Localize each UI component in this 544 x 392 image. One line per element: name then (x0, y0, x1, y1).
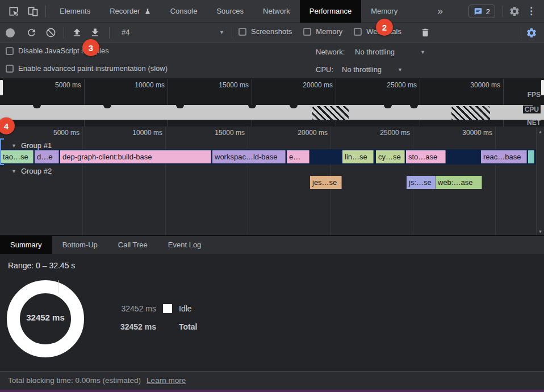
toggle-label: Memory (316, 27, 342, 36)
overview-right-handle[interactable] (541, 80, 544, 95)
ruler-tick-label: 10000 ms (111, 129, 162, 137)
load-profile-icon[interactable] (72, 27, 82, 38)
gear-icon[interactable] (509, 6, 520, 17)
checkbox[interactable] (354, 28, 362, 36)
flame-bar[interactable]: cy…se (376, 150, 405, 163)
reload-and-record-icon[interactable] (26, 27, 37, 38)
cpu-lane-label: CPU (523, 106, 541, 113)
details-tab-event-log[interactable]: Event Log (158, 236, 212, 254)
network-throttle-select[interactable]: No throttling (355, 48, 395, 56)
main-tabbar: ElementsRecorderConsoleSourcesNetworkPer… (0, 0, 544, 23)
console-messages-button[interactable]: 2 (468, 5, 495, 18)
history-select[interactable]: #4 (122, 28, 129, 36)
flame-bar[interactable]: web:…ase (436, 176, 482, 189)
ruler-tick-label: 25000 ms (366, 81, 417, 89)
capture-settings-rows: Disable JavaScript samples Network: No t… (0, 43, 544, 79)
toggle-label: Enable advanced paint instrumentation (s… (18, 64, 168, 73)
performance-toolbar: #4 ▼ ScreenshotsMemoryWeb Vitals (0, 23, 544, 43)
more-options-icon[interactable]: ⋮ (526, 0, 536, 23)
legend-row: 32452 msIdle (116, 304, 197, 313)
collapse-arrow-icon[interactable]: ▼ (11, 168, 16, 174)
summary-legend: 32452 msIdle32452 msTotal (116, 304, 197, 340)
cpu-overview-strip (0, 105, 544, 120)
cpu-activity-notch (410, 105, 418, 108)
cpu-activity-notch (290, 105, 298, 108)
net-lane-label: NET (527, 119, 541, 127)
cpu-activity-notch (103, 105, 111, 108)
summary-donut-chart: 32452 ms (7, 280, 84, 357)
vertical-scrollbar[interactable]: ▲ ▼ (536, 128, 544, 236)
details-tab-bottom-up[interactable]: Bottom-Up (52, 236, 108, 254)
ruler-tick-line (165, 127, 166, 236)
details-tab-summary[interactable]: Summary (0, 236, 52, 254)
timeline-overview[interactable]: 5000 ms10000 ms15000 ms20000 ms25000 ms3… (0, 79, 544, 127)
network-throttle-label: Network: (316, 48, 345, 56)
legend-row: 32452 msTotal (116, 322, 197, 331)
cpu-throttle-select[interactable]: No throttling (342, 65, 382, 74)
legend-swatch-empty (163, 322, 172, 331)
cpu-activity-notch (33, 105, 41, 108)
flame-bar[interactable] (528, 150, 534, 163)
tab-label: Network (263, 0, 290, 23)
capture-settings-gear-icon[interactable] (526, 27, 537, 39)
save-profile-icon[interactable] (90, 27, 101, 38)
flame-chart[interactable]: 5000 ms10000 ms15000 ms20000 ms25000 ms3… (0, 127, 544, 236)
main-tabs: ElementsRecorderConsoleSourcesNetworkPer… (50, 0, 407, 23)
inspect-icon[interactable] (8, 6, 19, 17)
desktop-background-strip (0, 390, 544, 392)
flame-bar[interactable]: tao…se (1, 150, 34, 163)
network-throttle-dropdown-icon[interactable]: ▼ (420, 49, 425, 55)
tab-performance[interactable]: Performance (300, 0, 361, 23)
donut-total-label: 32452 ms (7, 313, 84, 322)
flame-bar[interactable]: d…e (35, 150, 59, 163)
advanced-paint-toggle[interactable]: Enable advanced paint instrumentation (s… (6, 64, 168, 73)
tab-network[interactable]: Network (253, 0, 300, 23)
clear-recording-icon[interactable] (45, 27, 56, 38)
trash-icon[interactable] (420, 27, 430, 38)
flame-bar[interactable]: reac…base (481, 150, 527, 163)
group-label-group-2[interactable]: ▼Group #2 (11, 167, 52, 175)
scroll-down-icon[interactable]: ▼ (537, 229, 544, 234)
collapse-arrow-icon[interactable]: ▼ (11, 143, 16, 149)
flame-bar[interactable]: dep-graph-client:build-base (60, 150, 211, 163)
flame-bar[interactable]: jes…se (310, 176, 342, 189)
record-button[interactable] (6, 28, 15, 37)
checkbox[interactable] (6, 47, 14, 55)
flame-bar[interactable]: workspac…ld-base (212, 150, 286, 163)
toggle-memory[interactable]: Memory (303, 27, 342, 36)
tab-label: Elements (60, 0, 90, 23)
checkbox[interactable] (303, 28, 311, 36)
flame-bar[interactable]: lin…se (342, 150, 374, 163)
cpu-throttle-dropdown-icon[interactable]: ▼ (397, 67, 403, 73)
tab-console[interactable]: Console (161, 0, 207, 23)
device-toolbar-icon[interactable] (27, 6, 39, 17)
tab-recorder[interactable]: Recorder (100, 0, 160, 23)
checkbox[interactable] (238, 28, 246, 36)
flame-bar[interactable]: sto…ase (406, 150, 446, 163)
scroll-up-icon[interactable]: ▲ (537, 129, 544, 134)
cpu-activity-notch (176, 105, 184, 108)
annotation-badge-2: 2 (376, 19, 393, 36)
chat-bubble-icon (474, 7, 483, 16)
toolbar-separator (109, 27, 110, 39)
tbt-value: Total blocking time: 0.00ms (estimated) (8, 376, 141, 385)
annotation-badge-3: 3 (82, 39, 99, 56)
cpu-throttle-label: CPU: (316, 65, 333, 74)
ruler-tick-label: 5000 ms (30, 81, 81, 89)
footer-bar: Total blocking time: 0.00ms (estimated)L… (0, 371, 544, 390)
tab-elements[interactable]: Elements (50, 0, 100, 23)
learn-more-link[interactable]: Learn more (147, 376, 186, 385)
checkbox[interactable] (6, 65, 14, 73)
flame-bar[interactable]: js:…se (407, 176, 436, 189)
flame-bar[interactable]: e… (287, 150, 309, 163)
tab-sources[interactable]: Sources (207, 0, 253, 23)
toggle-screenshots[interactable]: Screenshots (238, 27, 292, 36)
more-tabs-chevron-icon[interactable]: » (434, 0, 446, 23)
details-tab-call-tree[interactable]: Call Tree (108, 236, 158, 254)
group-label-group-1[interactable]: ▼Group #1 (11, 141, 52, 150)
selection-bracket (0, 138, 4, 165)
group-name: Group #1 (21, 141, 52, 150)
history-dropdown-icon[interactable]: ▼ (219, 29, 224, 35)
overview-left-handle[interactable] (0, 80, 3, 95)
fps-lane-label: FPS (528, 91, 541, 99)
